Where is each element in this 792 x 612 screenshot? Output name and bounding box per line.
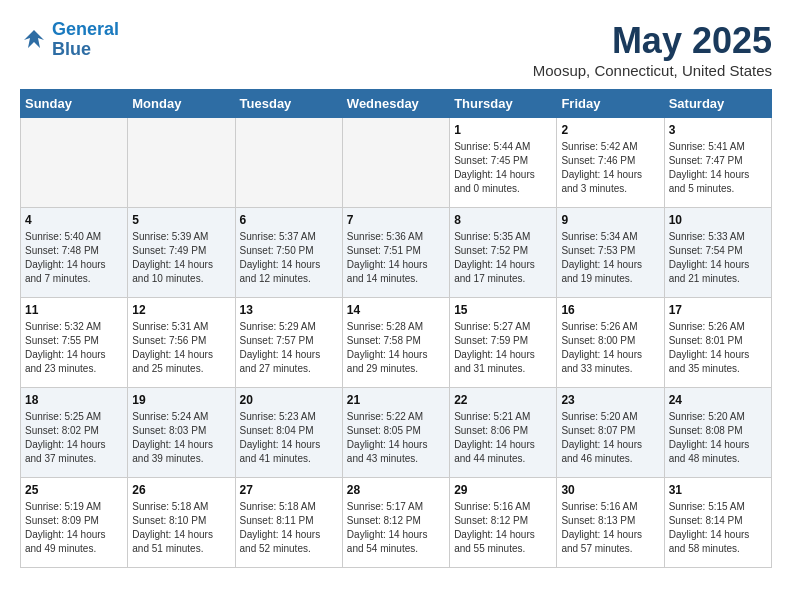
cell-content: Sunrise: 5:42 AMSunset: 7:46 PMDaylight:… <box>561 140 659 196</box>
calendar-cell: 18Sunrise: 5:25 AMSunset: 8:02 PMDayligh… <box>21 388 128 478</box>
calendar-cell: 13Sunrise: 5:29 AMSunset: 7:57 PMDayligh… <box>235 298 342 388</box>
cell-content: Sunrise: 5:41 AMSunset: 7:47 PMDaylight:… <box>669 140 767 196</box>
day-number: 15 <box>454 303 552 317</box>
day-number: 17 <box>669 303 767 317</box>
svg-marker-0 <box>24 30 44 48</box>
calendar-table: SundayMondayTuesdayWednesdayThursdayFrid… <box>20 89 772 568</box>
day-number: 21 <box>347 393 445 407</box>
calendar-cell: 30Sunrise: 5:16 AMSunset: 8:13 PMDayligh… <box>557 478 664 568</box>
cell-content: Sunrise: 5:16 AMSunset: 8:13 PMDaylight:… <box>561 500 659 556</box>
day-number: 9 <box>561 213 659 227</box>
cell-content: Sunrise: 5:19 AMSunset: 8:09 PMDaylight:… <box>25 500 123 556</box>
logo-icon <box>20 26 48 54</box>
cell-content: Sunrise: 5:24 AMSunset: 8:03 PMDaylight:… <box>132 410 230 466</box>
day-number: 31 <box>669 483 767 497</box>
calendar-cell <box>21 118 128 208</box>
calendar-cell <box>342 118 449 208</box>
day-number: 26 <box>132 483 230 497</box>
cell-content: Sunrise: 5:26 AMSunset: 8:00 PMDaylight:… <box>561 320 659 376</box>
day-number: 30 <box>561 483 659 497</box>
calendar-cell <box>235 118 342 208</box>
calendar-week-row: 4Sunrise: 5:40 AMSunset: 7:48 PMDaylight… <box>21 208 772 298</box>
calendar-cell: 15Sunrise: 5:27 AMSunset: 7:59 PMDayligh… <box>450 298 557 388</box>
calendar-cell: 9Sunrise: 5:34 AMSunset: 7:53 PMDaylight… <box>557 208 664 298</box>
day-number: 1 <box>454 123 552 137</box>
cell-content: Sunrise: 5:40 AMSunset: 7:48 PMDaylight:… <box>25 230 123 286</box>
cell-content: Sunrise: 5:35 AMSunset: 7:52 PMDaylight:… <box>454 230 552 286</box>
day-number: 20 <box>240 393 338 407</box>
calendar-cell: 31Sunrise: 5:15 AMSunset: 8:14 PMDayligh… <box>664 478 771 568</box>
calendar-week-row: 18Sunrise: 5:25 AMSunset: 8:02 PMDayligh… <box>21 388 772 478</box>
calendar-cell: 2Sunrise: 5:42 AMSunset: 7:46 PMDaylight… <box>557 118 664 208</box>
calendar-cell: 10Sunrise: 5:33 AMSunset: 7:54 PMDayligh… <box>664 208 771 298</box>
day-number: 2 <box>561 123 659 137</box>
cell-content: Sunrise: 5:32 AMSunset: 7:55 PMDaylight:… <box>25 320 123 376</box>
cell-content: Sunrise: 5:20 AMSunset: 8:08 PMDaylight:… <box>669 410 767 466</box>
day-number: 27 <box>240 483 338 497</box>
logo: GeneralBlue <box>20 20 119 60</box>
day-number: 16 <box>561 303 659 317</box>
cell-content: Sunrise: 5:16 AMSunset: 8:12 PMDaylight:… <box>454 500 552 556</box>
cell-content: Sunrise: 5:17 AMSunset: 8:12 PMDaylight:… <box>347 500 445 556</box>
cell-content: Sunrise: 5:20 AMSunset: 8:07 PMDaylight:… <box>561 410 659 466</box>
month-title: May 2025 <box>533 20 772 62</box>
calendar-cell: 3Sunrise: 5:41 AMSunset: 7:47 PMDaylight… <box>664 118 771 208</box>
day-number: 5 <box>132 213 230 227</box>
cell-content: Sunrise: 5:25 AMSunset: 8:02 PMDaylight:… <box>25 410 123 466</box>
calendar-cell: 20Sunrise: 5:23 AMSunset: 8:04 PMDayligh… <box>235 388 342 478</box>
cell-content: Sunrise: 5:26 AMSunset: 8:01 PMDaylight:… <box>669 320 767 376</box>
calendar-cell: 21Sunrise: 5:22 AMSunset: 8:05 PMDayligh… <box>342 388 449 478</box>
calendar-cell: 22Sunrise: 5:21 AMSunset: 8:06 PMDayligh… <box>450 388 557 478</box>
cell-content: Sunrise: 5:37 AMSunset: 7:50 PMDaylight:… <box>240 230 338 286</box>
cell-content: Sunrise: 5:31 AMSunset: 7:56 PMDaylight:… <box>132 320 230 376</box>
calendar-cell: 24Sunrise: 5:20 AMSunset: 8:08 PMDayligh… <box>664 388 771 478</box>
col-header-monday: Monday <box>128 90 235 118</box>
calendar-cell: 6Sunrise: 5:37 AMSunset: 7:50 PMDaylight… <box>235 208 342 298</box>
cell-content: Sunrise: 5:29 AMSunset: 7:57 PMDaylight:… <box>240 320 338 376</box>
calendar-header-row: SundayMondayTuesdayWednesdayThursdayFrid… <box>21 90 772 118</box>
calendar-cell: 14Sunrise: 5:28 AMSunset: 7:58 PMDayligh… <box>342 298 449 388</box>
cell-content: Sunrise: 5:28 AMSunset: 7:58 PMDaylight:… <box>347 320 445 376</box>
calendar-cell: 26Sunrise: 5:18 AMSunset: 8:10 PMDayligh… <box>128 478 235 568</box>
calendar-cell <box>128 118 235 208</box>
calendar-cell: 17Sunrise: 5:26 AMSunset: 8:01 PMDayligh… <box>664 298 771 388</box>
col-header-friday: Friday <box>557 90 664 118</box>
day-number: 13 <box>240 303 338 317</box>
calendar-cell: 19Sunrise: 5:24 AMSunset: 8:03 PMDayligh… <box>128 388 235 478</box>
location: Moosup, Connecticut, United States <box>533 62 772 79</box>
calendar-week-row: 25Sunrise: 5:19 AMSunset: 8:09 PMDayligh… <box>21 478 772 568</box>
day-number: 6 <box>240 213 338 227</box>
day-number: 23 <box>561 393 659 407</box>
cell-content: Sunrise: 5:15 AMSunset: 8:14 PMDaylight:… <box>669 500 767 556</box>
calendar-cell: 27Sunrise: 5:18 AMSunset: 8:11 PMDayligh… <box>235 478 342 568</box>
col-header-sunday: Sunday <box>21 90 128 118</box>
calendar-cell: 1Sunrise: 5:44 AMSunset: 7:45 PMDaylight… <box>450 118 557 208</box>
cell-content: Sunrise: 5:44 AMSunset: 7:45 PMDaylight:… <box>454 140 552 196</box>
day-number: 25 <box>25 483 123 497</box>
cell-content: Sunrise: 5:18 AMSunset: 8:11 PMDaylight:… <box>240 500 338 556</box>
calendar-cell: 5Sunrise: 5:39 AMSunset: 7:49 PMDaylight… <box>128 208 235 298</box>
col-header-thursday: Thursday <box>450 90 557 118</box>
cell-content: Sunrise: 5:18 AMSunset: 8:10 PMDaylight:… <box>132 500 230 556</box>
day-number: 12 <box>132 303 230 317</box>
calendar-cell: 4Sunrise: 5:40 AMSunset: 7:48 PMDaylight… <box>21 208 128 298</box>
cell-content: Sunrise: 5:23 AMSunset: 8:04 PMDaylight:… <box>240 410 338 466</box>
calendar-cell: 25Sunrise: 5:19 AMSunset: 8:09 PMDayligh… <box>21 478 128 568</box>
day-number: 19 <box>132 393 230 407</box>
day-number: 10 <box>669 213 767 227</box>
cell-content: Sunrise: 5:34 AMSunset: 7:53 PMDaylight:… <box>561 230 659 286</box>
day-number: 28 <box>347 483 445 497</box>
day-number: 7 <box>347 213 445 227</box>
col-header-saturday: Saturday <box>664 90 771 118</box>
day-number: 29 <box>454 483 552 497</box>
day-number: 14 <box>347 303 445 317</box>
calendar-cell: 29Sunrise: 5:16 AMSunset: 8:12 PMDayligh… <box>450 478 557 568</box>
calendar-week-row: 11Sunrise: 5:32 AMSunset: 7:55 PMDayligh… <box>21 298 772 388</box>
day-number: 24 <box>669 393 767 407</box>
calendar-cell: 23Sunrise: 5:20 AMSunset: 8:07 PMDayligh… <box>557 388 664 478</box>
day-number: 3 <box>669 123 767 137</box>
cell-content: Sunrise: 5:39 AMSunset: 7:49 PMDaylight:… <box>132 230 230 286</box>
day-number: 8 <box>454 213 552 227</box>
calendar-cell: 8Sunrise: 5:35 AMSunset: 7:52 PMDaylight… <box>450 208 557 298</box>
cell-content: Sunrise: 5:27 AMSunset: 7:59 PMDaylight:… <box>454 320 552 376</box>
